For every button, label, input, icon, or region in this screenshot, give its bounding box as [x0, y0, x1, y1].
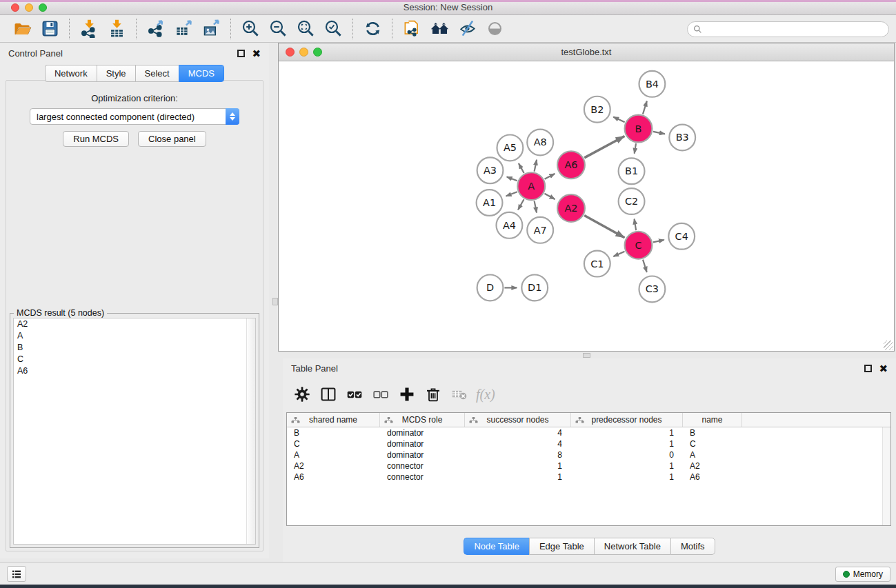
graph-node-A2[interactable]: A2	[557, 194, 585, 222]
cell-name[interactable]: A6	[683, 472, 742, 483]
graph-node-B4[interactable]: B4	[639, 71, 666, 97]
float-table-panel-icon[interactable]	[864, 365, 872, 372]
mcds-result-item[interactable]: A	[14, 330, 255, 342]
delete-table-icon[interactable]	[448, 384, 470, 405]
column-header-successor-nodes[interactable]: successor nodes	[465, 413, 571, 427]
tab-style[interactable]: Style	[97, 65, 135, 82]
mcds-result-list[interactable]: A2ABCA6	[13, 318, 256, 545]
network-window-titlebar[interactable]: testGlobe.txt	[279, 43, 894, 61]
table-row[interactable]: Bdominator41B	[287, 427, 890, 438]
vertical-splitter-grip[interactable]	[272, 298, 278, 305]
cell-successor-nodes[interactable]: 8	[465, 449, 571, 460]
open-session-icon[interactable]	[10, 18, 34, 40]
task-history-button[interactable]	[7, 566, 26, 582]
minimize-window-button[interactable]	[25, 3, 33, 12]
graph-node-A1[interactable]: A1	[477, 190, 503, 216]
cell-name[interactable]: A	[683, 449, 742, 460]
graph-node-B[interactable]: B	[625, 115, 653, 143]
graph-node-A3[interactable]: A3	[477, 157, 504, 183]
cell-MCDS-role[interactable]: dominator	[380, 427, 465, 438]
graph-node-A8[interactable]: A8	[527, 130, 553, 156]
graph-node-A6[interactable]: A6	[557, 151, 585, 179]
graph-node-A[interactable]: A	[517, 172, 545, 200]
import-network-icon[interactable]	[77, 18, 101, 40]
tab-select[interactable]: Select	[135, 65, 179, 82]
table-row[interactable]: Adominator80A	[287, 449, 890, 460]
column-header-predecessor-nodes[interactable]: predecessor nodes	[571, 413, 683, 427]
column-header-MCDS-role[interactable]: MCDS role	[380, 413, 465, 427]
cell-name[interactable]: C	[683, 438, 742, 449]
close-table-panel-icon[interactable]: ✖	[879, 365, 888, 372]
select-all-checkboxes-icon[interactable]	[344, 384, 366, 405]
import-table-icon[interactable]	[105, 18, 128, 40]
graph-node-C[interactable]: C	[625, 232, 653, 259]
close-window-button[interactable]	[11, 3, 19, 12]
table-scrollbar[interactable]	[882, 427, 890, 525]
split-view-icon[interactable]	[317, 384, 339, 405]
cell-shared-name[interactable]: A6	[287, 472, 380, 483]
tab-edge-table[interactable]: Edge Table	[529, 538, 594, 555]
tab-node-table[interactable]: Node Table	[464, 538, 529, 555]
float-panel-icon[interactable]	[237, 50, 245, 57]
search-field[interactable]	[687, 21, 889, 37]
cell-successor-nodes[interactable]: 4	[465, 427, 571, 438]
cell-successor-nodes[interactable]: 1	[465, 472, 571, 483]
delete-column-icon[interactable]	[422, 384, 444, 405]
birdseye-icon[interactable]	[483, 18, 506, 40]
graph-node-D1[interactable]: D1	[521, 275, 548, 301]
cell-shared-name[interactable]: A	[287, 449, 380, 460]
column-header-shared-name[interactable]: shared name	[287, 413, 380, 427]
graph-node-C3[interactable]: C3	[639, 276, 666, 303]
function-builder-icon[interactable]: f(x)	[476, 387, 495, 403]
table-row[interactable]: A2connector11A2	[287, 460, 890, 472]
graph-node-C4[interactable]: C4	[668, 223, 695, 250]
cell-predecessor-nodes[interactable]: 1	[571, 472, 683, 483]
graph-node-B1[interactable]: B1	[619, 158, 645, 184]
graph-node-C2[interactable]: C2	[619, 188, 645, 214]
destroy-view-icon[interactable]	[455, 18, 479, 40]
table-settings-icon[interactable]	[291, 384, 313, 405]
save-session-icon[interactable]	[38, 18, 61, 40]
graph-node-C1[interactable]: C1	[584, 251, 610, 277]
graph-node-D[interactable]: D	[477, 275, 504, 301]
network-maximize-button[interactable]	[313, 48, 322, 57]
cell-name[interactable]: A2	[683, 460, 742, 472]
mcds-result-item[interactable]: A6	[14, 365, 255, 377]
search-input[interactable]	[706, 25, 883, 34]
home-icon[interactable]	[428, 18, 451, 40]
network-close-button[interactable]	[286, 48, 295, 57]
add-column-icon[interactable]	[396, 384, 418, 405]
zoom-out-icon[interactable]	[266, 18, 290, 40]
tab-motifs[interactable]: Motifs	[670, 538, 715, 555]
mcds-result-item[interactable]: C	[14, 354, 255, 365]
cell-predecessor-nodes[interactable]: 1	[571, 427, 683, 438]
column-header-name[interactable]: name	[683, 413, 742, 427]
cell-shared-name[interactable]: B	[287, 427, 380, 438]
export-network-icon[interactable]	[144, 18, 168, 40]
mcds-result-item[interactable]: A2	[14, 318, 255, 330]
deselect-all-checkboxes-icon[interactable]	[370, 384, 392, 405]
cell-successor-nodes[interactable]: 4	[465, 438, 571, 449]
cell-MCDS-role[interactable]: dominator	[380, 438, 465, 449]
cell-predecessor-nodes[interactable]: 1	[571, 438, 683, 449]
mcds-result-item[interactable]: B	[14, 342, 255, 354]
cell-MCDS-role[interactable]: dominator	[380, 449, 465, 460]
optimization-criterion-select[interactable]: largest connected component (directed)	[30, 108, 239, 125]
graph-node-A7[interactable]: A7	[527, 217, 553, 243]
graph-node-A5[interactable]: A5	[497, 134, 523, 161]
close-panel-icon[interactable]: ✖	[252, 50, 261, 57]
cell-shared-name[interactable]: A2	[287, 460, 380, 472]
result-list-scrollbar[interactable]	[246, 318, 255, 544]
cell-successor-nodes[interactable]: 1	[465, 460, 571, 472]
network-minimize-button[interactable]	[299, 48, 308, 57]
export-image-icon[interactable]	[199, 18, 223, 40]
table-row[interactable]: Cdominator41C	[287, 438, 890, 449]
zoom-fit-icon[interactable]	[294, 18, 317, 40]
network-canvas[interactable]: B4B2BB3A8A5A6A3B1AC2A1A2A4A7C4CC1C3DD1	[279, 62, 894, 351]
network-from-file-icon[interactable]	[400, 18, 424, 40]
cell-predecessor-nodes[interactable]: 1	[571, 460, 683, 472]
graph-node-B2[interactable]: B2	[584, 97, 610, 123]
window-resize-grip[interactable]	[884, 341, 893, 350]
cell-name[interactable]: B	[683, 427, 742, 438]
zoom-in-icon[interactable]	[239, 18, 262, 40]
